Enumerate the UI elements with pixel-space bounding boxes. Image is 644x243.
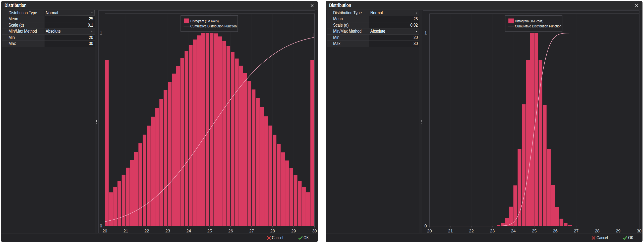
svg-text:23: 23 — [490, 229, 495, 233]
svg-text:23: 23 — [165, 229, 170, 233]
svg-text:28: 28 — [595, 229, 600, 233]
svg-text:0: 0 — [100, 224, 102, 228]
svg-text:29: 29 — [291, 229, 296, 233]
svg-text:Histogram (1M Rolls): Histogram (1M Rolls) — [190, 19, 219, 23]
svg-text:27: 27 — [249, 229, 254, 233]
svg-text:20: 20 — [102, 229, 107, 233]
svg-text:26: 26 — [553, 229, 558, 233]
svg-text:25: 25 — [207, 229, 212, 233]
svg-text:28: 28 — [270, 229, 275, 233]
svg-text:1: 1 — [100, 31, 102, 35]
svg-text:30: 30 — [312, 229, 317, 233]
svg-text:21: 21 — [448, 229, 453, 233]
svg-text:Histogram (1M Rolls): Histogram (1M Rolls) — [515, 19, 543, 23]
svg-text:24: 24 — [186, 229, 191, 233]
svg-text:27: 27 — [574, 229, 579, 233]
svg-text:22: 22 — [144, 229, 149, 233]
svg-text:0: 0 — [425, 224, 427, 228]
svg-text:1: 1 — [425, 31, 427, 35]
svg-text:26: 26 — [228, 229, 233, 233]
svg-text:20: 20 — [427, 229, 432, 233]
svg-text:22: 22 — [469, 229, 474, 233]
svg-text:Cumulative Distribution Functi: Cumulative Distribution Function — [515, 24, 561, 28]
svg-text:29: 29 — [616, 229, 621, 233]
svg-text:24: 24 — [511, 229, 516, 233]
svg-text:21: 21 — [123, 229, 128, 233]
svg-text:25: 25 — [532, 229, 537, 233]
svg-text:30: 30 — [637, 229, 641, 233]
svg-text:Cumulative Distribution Functi: Cumulative Distribution Function — [190, 24, 237, 28]
